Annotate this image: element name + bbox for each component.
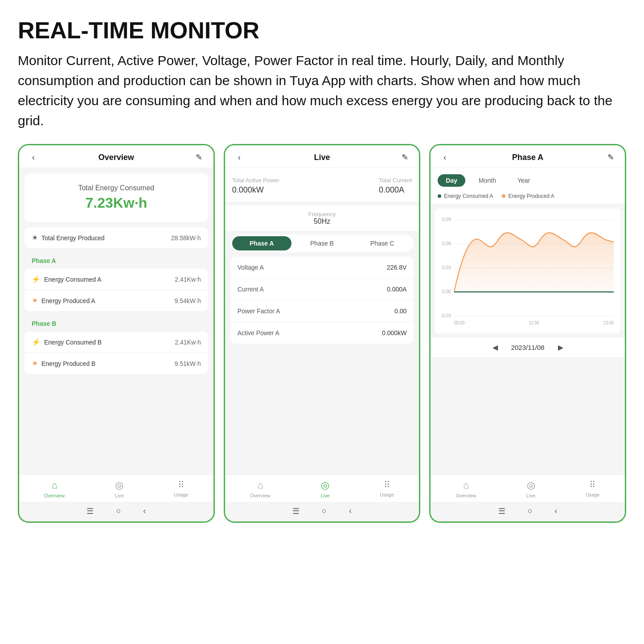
active-power-value: 0.000kW xyxy=(382,329,406,336)
back-icon[interactable]: ‹ xyxy=(28,153,39,162)
period-year[interactable]: Year xyxy=(509,174,538,187)
nav2-live-label: Live xyxy=(320,493,329,498)
nav3-usage[interactable]: ⠿ Usage xyxy=(586,480,600,498)
menu-btn-2[interactable]: ☰ xyxy=(292,506,299,516)
produced-b-value: 9.51kW·h xyxy=(175,360,201,367)
phone3-bottom-nav: ⌂ Overview ◎ Live ⠿ Usage xyxy=(431,475,625,502)
usage-icon-3: ⠿ xyxy=(589,480,596,490)
current-label: Current A xyxy=(238,286,264,293)
sun-icon-b: ☀ xyxy=(32,359,38,368)
svg-text:00:00: 00:00 xyxy=(454,320,465,325)
legend-consumed-label: Energy Consumed A xyxy=(444,193,493,199)
svg-text:0.00: 0.00 xyxy=(443,289,451,294)
voltage-row: Voltage A 226.8V xyxy=(230,257,414,279)
back-btn[interactable]: ‹ xyxy=(143,506,146,516)
consumed-a-row: ⚡ Energy Consumed A 2.41Kw·h xyxy=(25,269,208,290)
live-data-list: Voltage A 226.8V Current A 0.000A Power … xyxy=(230,257,414,344)
consumed-b-value: 2.41Kw·h xyxy=(175,339,201,346)
edit-icon[interactable]: ✎ xyxy=(194,152,205,162)
voltage-value: 226.8V xyxy=(387,264,406,271)
nav-usage[interactable]: ⠿ Usage xyxy=(174,480,189,498)
overview-produced-row: ☀ Total Energy Produced 28.58kW·h xyxy=(25,227,208,248)
phone3-system-nav: ☰ ○ ‹ xyxy=(431,502,625,521)
legend-produced: Energy Produced A xyxy=(502,193,554,199)
nav2-overview[interactable]: ⌂ Overview xyxy=(250,480,271,498)
phones-container: ‹ Overview ✎ Total Energy Consumed 7.23K… xyxy=(18,144,626,523)
home-icon-3: ⌂ xyxy=(463,480,469,491)
consumed-b-label: Energy Consumed B xyxy=(44,339,102,346)
phone-phase-a: ‹ Phase A ✎ Day Month Year Energy Consum… xyxy=(429,144,626,523)
phone2-content: Total Active Power 0.000kW Total Current… xyxy=(225,168,419,475)
usage-icon-2: ⠿ xyxy=(384,480,390,490)
home-btn-2[interactable]: ○ xyxy=(322,506,327,516)
nav3-overview-label: Overview xyxy=(456,493,476,498)
nav-live[interactable]: ◎ Live xyxy=(115,480,124,498)
phone1-header: ‹ Overview ✎ xyxy=(19,145,213,168)
svg-text:0.03: 0.03 xyxy=(443,265,451,270)
chart-date: 2023/11/08 xyxy=(511,344,545,351)
nav2-overview-label: Overview xyxy=(250,493,271,498)
home-btn-3[interactable]: ○ xyxy=(528,506,533,516)
back-icon-2[interactable]: ‹ xyxy=(234,153,245,162)
current-row: Current A 0.000A xyxy=(230,279,414,300)
phase-tabs: Phase A Phase B Phase C xyxy=(230,234,414,252)
edit-icon-2[interactable]: ✎ xyxy=(399,152,410,162)
nav-overview-label: Overview xyxy=(44,493,65,498)
active-power-label: Active Power A xyxy=(238,329,279,336)
phase-b-header: Phase B xyxy=(19,316,213,332)
voltage-label: Voltage A xyxy=(238,264,264,271)
total-produced-label: Total Energy Produced xyxy=(41,234,105,242)
nav3-overview[interactable]: ⌂ Overview xyxy=(456,480,476,498)
consumed-a-label: Energy Consumed A xyxy=(44,276,101,283)
menu-btn[interactable]: ☰ xyxy=(86,506,94,516)
home-btn[interactable]: ○ xyxy=(116,506,121,516)
back-icon-3[interactable]: ‹ xyxy=(439,153,450,162)
legend-consumed: Energy Consumed A xyxy=(438,193,493,199)
home-icon-2: ⌂ xyxy=(257,480,263,491)
consumed-dot xyxy=(438,194,441,198)
phone1-bottom-nav: ⌂ Overview ◎ Live ⠿ Usage xyxy=(19,475,213,502)
live-icon: ◎ xyxy=(115,480,123,491)
phone1-content: Total Energy Consumed 7.23Kw·h ☀ Total E… xyxy=(19,168,213,475)
nav-live-label: Live xyxy=(115,493,124,498)
phase-tab-c[interactable]: Phase C xyxy=(353,236,412,250)
svg-text:0.06: 0.06 xyxy=(443,241,451,246)
nav2-usage[interactable]: ⠿ Usage xyxy=(380,480,394,498)
phone2-bottom-nav: ⌂ Overview ◎ Live ⠿ Usage xyxy=(225,475,419,502)
frequency-row: Frequency 50Hz xyxy=(225,205,419,231)
phone3-title: Phase A xyxy=(450,153,605,162)
svg-text:12:00: 12:00 xyxy=(529,320,540,325)
current-value: 0.000A xyxy=(387,286,406,293)
total-power-value: 0.000kW xyxy=(232,185,264,195)
nav3-usage-label: Usage xyxy=(586,492,600,497)
back-btn-3[interactable]: ‹ xyxy=(555,506,558,516)
chart-nav: ◀ 2023/11/08 ▶ xyxy=(431,338,625,357)
period-day[interactable]: Day xyxy=(438,174,465,187)
next-date-btn[interactable]: ▶ xyxy=(558,343,563,352)
back-btn-2[interactable]: ‹ xyxy=(349,506,352,516)
nav2-live[interactable]: ◎ Live xyxy=(320,480,329,498)
phone-live: ‹ Live ✎ Total Active Power 0.000kW Tota… xyxy=(224,144,421,523)
lightning-icon-b: ⚡ xyxy=(32,338,41,346)
total-current-value: 0.000A xyxy=(379,185,404,195)
freq-label: Frequency xyxy=(232,211,412,217)
nav3-live-label: Live xyxy=(526,493,535,498)
sun-icon-produced: ☀ xyxy=(32,234,38,242)
nav-overview[interactable]: ⌂ Overview xyxy=(44,480,65,498)
phone3-header: ‹ Phase A ✎ xyxy=(431,145,625,168)
menu-btn-3[interactable]: ☰ xyxy=(498,506,505,516)
nav3-live[interactable]: ◎ Live xyxy=(526,480,535,498)
phase-tab-b[interactable]: Phase B xyxy=(292,236,352,250)
page-description: Monitor Current, Active Power, Voltage, … xyxy=(18,50,624,131)
period-month[interactable]: Month xyxy=(471,174,504,187)
phase-tab-a[interactable]: Phase A xyxy=(232,236,291,250)
phone2-header: ‹ Live ✎ xyxy=(225,145,419,168)
prev-date-btn[interactable]: ◀ xyxy=(492,343,498,352)
nav2-usage-label: Usage xyxy=(380,492,394,497)
total-energy-value: 7.23Kw·h xyxy=(33,195,199,211)
total-energy-card: Total Energy Consumed 7.23Kw·h xyxy=(25,173,208,222)
legend-produced-label: Energy Produced A xyxy=(508,193,554,199)
svg-text:-0.03: -0.03 xyxy=(441,313,451,318)
edit-icon-3[interactable]: ✎ xyxy=(605,152,616,162)
total-produced-value: 28.58kW·h xyxy=(171,234,201,242)
